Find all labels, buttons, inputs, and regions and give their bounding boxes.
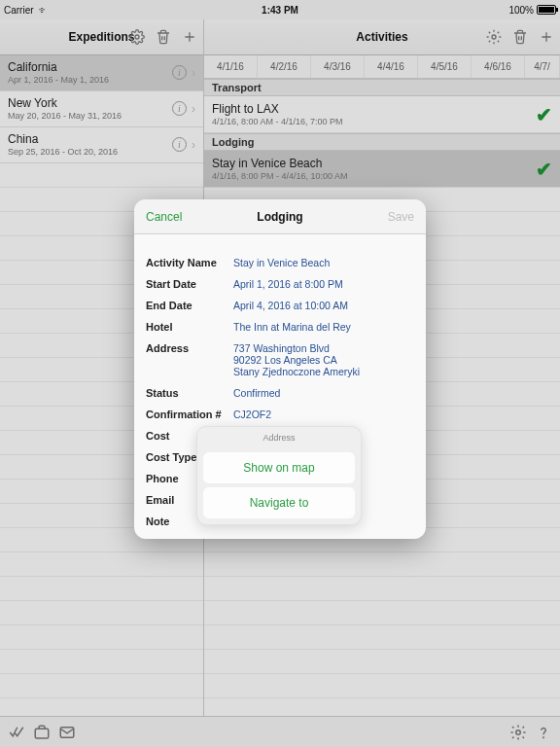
field-label: Status — [146, 387, 233, 399]
cancel-button[interactable]: Cancel — [146, 210, 182, 224]
popover-title: Address — [197, 427, 361, 448]
field-label: End Date — [146, 300, 233, 311]
modal-header: Cancel Lodging Save — [134, 199, 426, 234]
field-label: Address — [146, 342, 233, 354]
field-label: Confirmation # — [146, 409, 233, 420]
modal-title: Lodging — [257, 210, 302, 224]
show-on-map-button[interactable]: Show on map — [203, 452, 355, 483]
address-line: 737 Washington Blvd — [233, 342, 330, 354]
end-date-field[interactable]: April 4, 2016 at 10:00 AM — [233, 300, 414, 311]
hotel-field[interactable]: The Inn at Marina del Rey — [233, 321, 414, 333]
address-popover: Address Show on map Navigate to — [196, 426, 362, 525]
save-button[interactable]: Save — [388, 210, 414, 224]
activity-name-field[interactable]: Stay in Venice Beach — [233, 257, 414, 268]
confirmation-field[interactable]: CJ2OF2 — [233, 409, 414, 420]
address-field[interactable]: 737 Washington Blvd 90292 Los Angeles CA… — [233, 342, 414, 377]
field-label: Hotel — [146, 321, 233, 333]
navigate-to-button[interactable]: Navigate to — [203, 487, 355, 518]
address-line: Stany Zjednoczone Ameryki — [233, 366, 360, 377]
address-line: 90292 Los Angeles CA — [233, 354, 337, 366]
start-date-field[interactable]: April 1, 2016 at 8:00 PM — [233, 278, 414, 290]
field-label: Start Date — [146, 278, 233, 290]
field-label: Activity Name — [146, 257, 233, 268]
status-field[interactable]: Confirmed — [233, 387, 414, 399]
